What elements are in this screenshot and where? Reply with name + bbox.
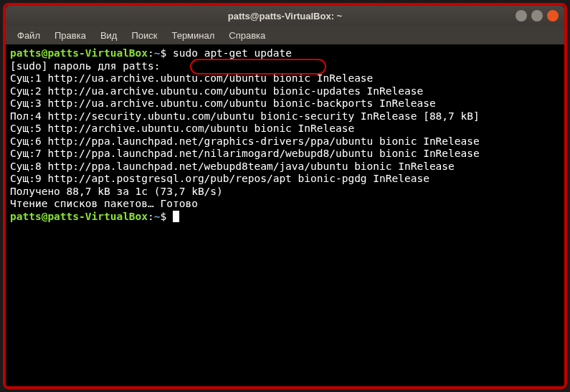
menu-edit[interactable]: Правка [49, 29, 92, 42]
terminal-output-area[interactable]: patts@patts-VirtualBox:~$ sudo apt-get u… [6, 44, 564, 386]
maximize-button[interactable] [531, 10, 543, 21]
prompt-user-host: patts@patts-VirtualBox [10, 47, 148, 59]
output-line: Сущ:2 http://ua.archive.ubuntu.com/ubunt… [10, 85, 560, 98]
output-line: Сущ:5 http://archive.ubuntu.com/ubuntu b… [10, 123, 560, 135]
minimize-button[interactable] [516, 10, 527, 21]
output-line: Сущ:6 http://ppa.launchpad.net/graphics-… [10, 135, 560, 148]
output-line: [sudo] пароль для patts: [10, 60, 560, 73]
close-button[interactable] [547, 10, 559, 21]
prompt-dollar: $ [161, 211, 167, 222]
prompt-dollar: $ [161, 47, 167, 59]
output-line: Получено 88,7 kB за 1с (73,7 kB/s) [10, 186, 560, 199]
output-line: Сущ:9 http://apt.postgresql.org/pub/repo… [10, 173, 560, 186]
prompt-user-host: patts@patts-VirtualBox [10, 211, 148, 222]
prompt-colon: : [148, 211, 154, 222]
command-text: sudo apt-get update [173, 47, 292, 59]
output-line: Сущ:7 http://ppa.launchpad.net/nilarimog… [10, 148, 560, 161]
menu-search[interactable]: Поиск [125, 29, 163, 42]
output-line: Сущ:3 http://ua.archive.ubuntu.com/ubunt… [10, 97, 560, 110]
titlebar: patts@patts-VirtualBox: ~ [6, 6, 564, 26]
menu-help[interactable]: Справка [223, 29, 271, 42]
menu-terminal[interactable]: Терминал [166, 29, 220, 42]
cursor-icon [173, 211, 179, 222]
prompt-path: ~ [154, 47, 161, 59]
output-line: Сущ:1 http://ua.archive.ubuntu.com/ubunt… [10, 72, 560, 85]
menubar: Файл Правка Вид Поиск Терминал Справка [6, 26, 564, 44]
window-title: patts@patts-VirtualBox: ~ [228, 11, 342, 21]
window-controls [516, 10, 559, 21]
output-line: Пол:4 http://security.ubuntu.com/ubuntu … [10, 110, 560, 123]
output-line: Сущ:8 http://ppa.launchpad.net/webupd8te… [10, 161, 560, 173]
prompt-path: ~ [154, 211, 161, 222]
menu-file[interactable]: Файл [11, 29, 46, 42]
menu-view[interactable]: Вид [95, 29, 123, 42]
output-line: Чтение списков пакетов… Готово [10, 198, 560, 211]
prompt-colon: : [148, 47, 154, 59]
terminal-window: patts@patts-VirtualBox: ~ Файл Правка Ви… [6, 6, 564, 386]
